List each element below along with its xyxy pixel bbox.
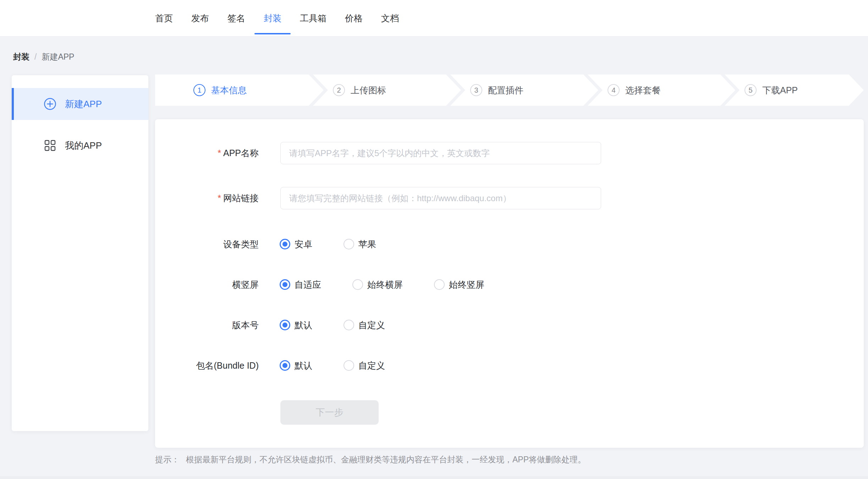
radio-circle-icon: [344, 360, 354, 371]
version-radio-group: 默认 自定义: [280, 319, 385, 331]
form-row-version: 版本号 默认 自定义: [155, 318, 864, 332]
nav-item-package[interactable]: 封装: [254, 0, 291, 36]
step-number: 2: [333, 84, 345, 96]
radio-circle-icon: [344, 320, 354, 330]
field-label: 设备类型: [155, 238, 259, 250]
next-step-button[interactable]: 下一步: [280, 400, 379, 425]
device-type-radio-group: 安卓 苹果: [280, 238, 376, 250]
radio-bundle-custom[interactable]: 自定义: [344, 360, 385, 371]
breadcrumb: 封装 / 新建APP: [13, 51, 74, 62]
sidebar-item-label: 我的APP: [65, 139, 102, 152]
sidebar: 新建APP 我的APP: [12, 75, 148, 431]
step-label: 下载APP: [762, 84, 798, 96]
grid-icon: [44, 139, 56, 152]
form-row-bundle-id: 包名(Bundle ID) 默认 自定义: [155, 358, 864, 373]
step-download-app[interactable]: 5 下载APP: [720, 75, 864, 106]
radio-circle-icon: [280, 360, 290, 371]
step-configure-plugins[interactable]: 3 配置插件: [446, 75, 598, 106]
radio-bundle-default[interactable]: 默认: [280, 360, 312, 371]
breadcrumb-current: 新建APP: [42, 51, 74, 62]
nav-item-home[interactable]: 首页: [146, 0, 182, 36]
tip-prefix: 提示：: [155, 454, 180, 465]
radio-circle-icon: [280, 279, 290, 290]
form-row-site-url: *网站链接: [155, 187, 864, 209]
bundle-id-radio-group: 默认 自定义: [280, 360, 385, 371]
steps-bar: 1 基本信息 2 上传图标 3 配置插件 4 选择套餐 5 下载APP: [0, 75, 868, 106]
nav-item-toolbox[interactable]: 工具箱: [291, 0, 336, 36]
radio-version-custom[interactable]: 自定义: [344, 319, 385, 331]
radio-circle-icon: [280, 239, 290, 249]
step-number: 4: [608, 84, 620, 96]
field-label: 横竖屏: [155, 279, 259, 291]
step-number: 3: [470, 84, 482, 96]
site-url-input[interactable]: [280, 187, 601, 209]
nav-item-sign[interactable]: 签名: [218, 0, 254, 36]
field-label: *APP名称: [155, 147, 259, 159]
sidebar-item-my-apps[interactable]: 我的APP: [12, 130, 148, 161]
radio-android[interactable]: 安卓: [280, 238, 312, 250]
step-basic-info[interactable]: 1 基本信息: [155, 75, 324, 106]
step-number: 5: [745, 84, 757, 96]
form-row-orientation: 横竖屏 自适应 始终横屏 始终竖屏: [155, 277, 864, 292]
form-actions: 下一步: [155, 400, 864, 425]
radio-portrait[interactable]: 始终竖屏: [434, 279, 484, 291]
step-number: 1: [193, 84, 205, 96]
step-upload-icon[interactable]: 2 上传图标: [309, 75, 461, 106]
radio-circle-icon: [352, 279, 363, 290]
step-label: 基本信息: [211, 84, 247, 96]
breadcrumb-root[interactable]: 封装: [13, 51, 29, 62]
form-row-app-name: *APP名称: [155, 142, 864, 164]
radio-auto-orientation[interactable]: 自适应: [280, 279, 321, 291]
field-label: 包名(Bundle ID): [155, 360, 259, 371]
basic-info-form: *APP名称 *网站链接 设备类型 安卓 苹果 横竖屏: [155, 119, 864, 448]
orientation-radio-group: 自适应 始终横屏 始终竖屏: [280, 279, 484, 291]
required-asterisk: *: [218, 193, 221, 203]
nav-item-publish[interactable]: 发布: [182, 0, 218, 36]
required-asterisk: *: [218, 148, 221, 158]
radio-circle-icon: [434, 279, 445, 290]
app-name-input[interactable]: [280, 142, 601, 164]
radio-circle-icon: [344, 239, 354, 249]
radio-circle-icon: [280, 320, 290, 330]
step-label: 选择套餐: [625, 84, 661, 96]
field-label: 版本号: [155, 319, 259, 331]
step-label: 配置插件: [488, 84, 523, 96]
form-row-device-type: 设备类型 安卓 苹果: [155, 237, 864, 251]
step-choose-plan[interactable]: 4 选择套餐: [583, 75, 735, 106]
radio-version-default[interactable]: 默认: [280, 319, 312, 331]
nav-item-docs[interactable]: 文档: [372, 0, 408, 36]
step-label: 上传图标: [351, 84, 386, 96]
breadcrumb-separator: /: [34, 52, 37, 62]
radio-ios[interactable]: 苹果: [344, 238, 376, 250]
main-nav: 首页 发布 签名 封装 工具箱 价格 文档: [146, 0, 408, 36]
field-label: *网站链接: [155, 192, 259, 204]
platform-rule-tip: 提示： 根据最新平台规则，不允许区块链虚拟币、金融理财类等违规内容在平台封装，一…: [155, 454, 586, 465]
tip-text: 根据最新平台规则，不允许区块链虚拟币、金融理财类等违规内容在平台封装，一经发现，…: [186, 454, 586, 465]
radio-landscape[interactable]: 始终横屏: [352, 279, 403, 291]
top-header: 首页 发布 签名 封装 工具箱 价格 文档: [0, 0, 868, 37]
nav-item-pricing[interactable]: 价格: [336, 0, 372, 36]
bottom-edge-band: [0, 476, 868, 479]
